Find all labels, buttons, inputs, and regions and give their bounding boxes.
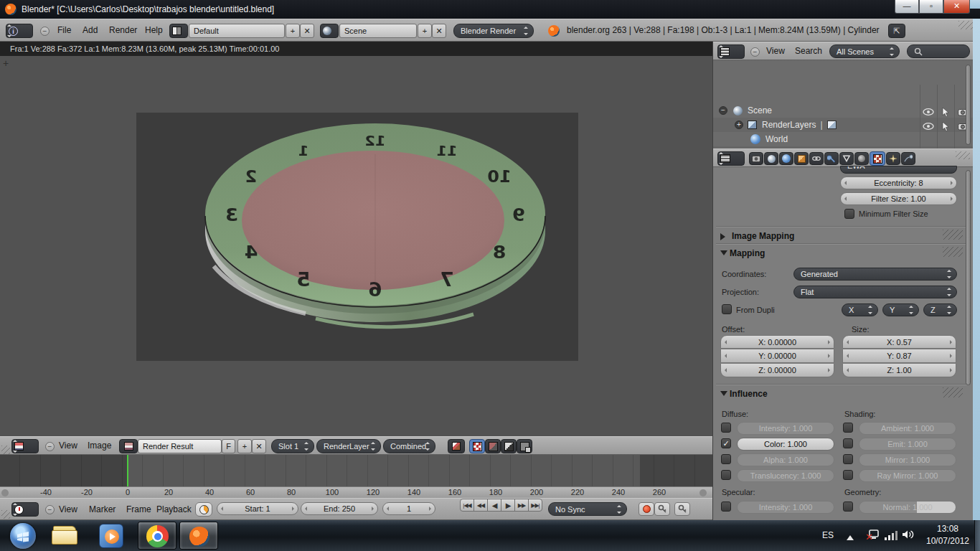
add-layout-button[interactable]: + (286, 24, 300, 38)
increment-arrow-icon[interactable] (828, 354, 830, 358)
fake-user-button[interactable]: F (222, 439, 235, 453)
increment-arrow-icon[interactable] (950, 340, 952, 344)
window-fullscreen-toggle[interactable]: ⇱ (888, 24, 905, 38)
tab-material[interactable] (854, 152, 869, 165)
tray-volume-icon[interactable] (902, 529, 915, 542)
properties-scrollbar[interactable] (966, 170, 971, 385)
collapse-menus-button[interactable]: − (45, 505, 55, 514)
decrement-arrow-icon[interactable] (221, 507, 223, 511)
offset-z-field[interactable]: Z: 0.00000 (720, 364, 834, 377)
filter-size-field[interactable]: Filter Size: 1.00 (840, 192, 957, 205)
collapse-menus-button[interactable]: − (750, 47, 760, 57)
axis-z-dropdown[interactable]: Z (923, 303, 957, 316)
size-x-field[interactable]: X: 0.57 (842, 335, 956, 349)
tray-show-hidden-icon[interactable] (847, 532, 854, 540)
specular-intensity-checkbox[interactable] (721, 501, 731, 512)
decrement-arrow-icon[interactable] (844, 181, 847, 185)
decrement-arrow-icon[interactable] (725, 354, 727, 358)
tab-object-data[interactable] (839, 152, 854, 165)
outliner-search-field[interactable] (907, 44, 970, 58)
corner-grip-icon[interactable] (1, 446, 10, 454)
tab-render[interactable] (749, 152, 763, 165)
outliner-scrollbar[interactable] (966, 65, 971, 145)
shading-mirror-slider[interactable]: Mirror: 1.000 (859, 453, 956, 466)
diffuse-color-checkbox[interactable]: ✓ (721, 438, 731, 448)
image-paint-toggle[interactable] (448, 439, 465, 453)
menu-add[interactable]: Add (81, 19, 99, 41)
size-y-field[interactable]: Y: 0.87 (842, 349, 956, 363)
explorer-taskbar-icon[interactable] (52, 524, 77, 547)
draw-channel-color-alpha-button[interactable] (485, 439, 501, 453)
menu-view[interactable]: View (57, 501, 79, 518)
selectability-pointer-icon[interactable] (938, 105, 953, 119)
add-scene-button[interactable]: + (418, 24, 432, 38)
tab-modifiers[interactable] (824, 152, 839, 165)
renderlayer-data-icon[interactable] (827, 121, 837, 129)
tab-render-layers[interactable] (764, 152, 778, 165)
media-player-taskbar-icon[interactable] (99, 524, 123, 548)
delete-scene-button[interactable]: ✕ (432, 24, 446, 38)
end-frame-field[interactable]: End: 250 (301, 502, 378, 515)
render-pass-dropdown[interactable]: Combined (383, 439, 435, 453)
shading-mirror-checkbox[interactable] (843, 454, 853, 464)
draw-channel-color-button[interactable] (469, 439, 485, 453)
region-expand-icon[interactable]: + (3, 59, 11, 67)
screen-layout-field[interactable]: Default (189, 24, 285, 38)
editor-type-selector[interactable]: i (6, 24, 33, 38)
corner-grip-icon[interactable] (956, 151, 970, 159)
decrement-arrow-icon[interactable] (725, 368, 727, 372)
restore-button[interactable]: ▫ (919, 0, 943, 14)
shading-emit-checkbox[interactable] (843, 438, 853, 448)
specular-intensity-slider[interactable]: Intensity: 1.000 (737, 501, 834, 514)
eccentricity-field[interactable]: Eccentricity: 8 (840, 176, 957, 189)
image-name-field[interactable]: Render Result (138, 439, 222, 453)
tab-particles[interactable] (886, 152, 900, 165)
play-reverse-button[interactable]: ◀ (487, 499, 501, 512)
increment-arrow-icon[interactable] (292, 507, 294, 511)
sync-dropdown[interactable]: No Sync (548, 502, 627, 516)
close-button[interactable]: ✕ (943, 0, 970, 14)
chrome-taskbar-button[interactable] (138, 522, 176, 550)
record-button[interactable] (639, 502, 654, 516)
diffuse-translucency-checkbox[interactable] (721, 470, 731, 480)
tab-constraints[interactable] (809, 152, 824, 165)
increment-arrow-icon[interactable] (950, 354, 952, 358)
screen-layout-icon[interactable] (169, 24, 188, 38)
tray-language[interactable]: ES (822, 530, 834, 540)
minimize-button[interactable]: — (895, 0, 919, 14)
menu-search[interactable]: Search (793, 42, 824, 60)
coordinates-dropdown[interactable]: Generated (793, 268, 957, 281)
tab-physics[interactable] (901, 152, 915, 165)
selectability-pointer-icon[interactable] (938, 119, 953, 133)
new-image-button[interactable]: + (237, 439, 252, 453)
increment-arrow-icon[interactable] (951, 181, 953, 185)
scene-field[interactable]: Scene (339, 24, 417, 38)
decrement-arrow-icon[interactable] (847, 354, 849, 358)
jump-to-start-button[interactable]: |◀◀ (460, 499, 474, 512)
decrement-arrow-icon[interactable] (847, 340, 849, 344)
decrement-arrow-icon[interactable] (844, 197, 847, 201)
shading-raymirror-slider[interactable]: Ray Mirror: 1.000 (859, 469, 956, 482)
projection-dropdown[interactable]: Flat (793, 286, 957, 298)
panel-image-mapping[interactable]: Image Mapping (720, 231, 794, 241)
visibility-eye-icon[interactable] (920, 119, 936, 133)
minimum-filter-size-checkbox[interactable] (844, 209, 854, 219)
decrement-arrow-icon[interactable] (847, 368, 849, 372)
current-frame-field[interactable]: 1 (382, 502, 435, 515)
shading-emit-slider[interactable]: Emit: 1.000 (859, 438, 956, 451)
current-frame-line[interactable] (127, 455, 128, 486)
editor-type-selector[interactable] (717, 151, 745, 166)
menu-view[interactable]: View (765, 42, 786, 60)
diffuse-alpha-checkbox[interactable] (721, 454, 731, 464)
slot-dropdown[interactable]: Slot 1 (271, 439, 314, 453)
start-frame-field[interactable]: Start: 1 (217, 502, 298, 515)
offset-y-field[interactable]: Y: 0.00000 (720, 349, 834, 363)
corner-grip-icon[interactable] (1, 510, 10, 519)
increment-arrow-icon[interactable] (828, 340, 830, 344)
show-desktop-button[interactable] (974, 520, 980, 551)
editor-type-selector[interactable] (11, 439, 39, 453)
next-keyframe-button[interactable]: ▶▶ (514, 499, 529, 512)
from-dupli-checkbox[interactable] (722, 304, 732, 314)
diffuse-translucency-slider[interactable]: Translucency: 1.000 (737, 469, 834, 482)
offset-x-field[interactable]: X: 0.00000 (720, 335, 834, 349)
